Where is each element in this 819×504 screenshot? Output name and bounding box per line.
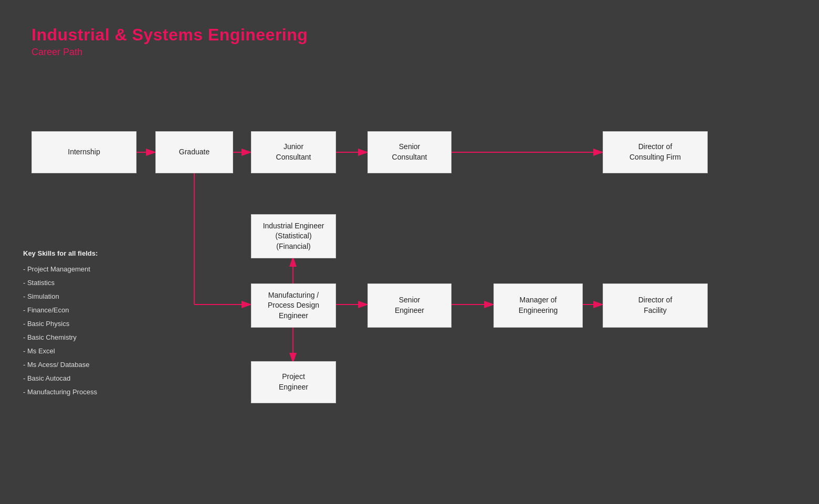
project-engineer-box: Project Engineer [251,361,336,403]
page-subtitle: Career Path [32,47,788,58]
key-skill-item: - Ms Acess/ Database [23,358,98,372]
key-skill-item: - Statistics [23,276,98,290]
key-skill-item: - Project Management [23,262,98,276]
key-skill-item: - Basic Autocad [23,372,98,385]
page-title: Industrial & Systems Engineering [32,25,788,45]
director-consulting-box: Director of Consulting Firm [603,131,708,173]
senior-engineer-box: Senior Engineer [368,284,452,328]
key-skill-item: - Finance/Econ [23,303,98,317]
internship-box: Internship [32,131,136,173]
manager-engineering-box: Manager of Engineering [494,284,583,328]
key-skill-item: - Manufacturing Process [23,385,98,399]
senior-consultant-box: Senior Consultant [368,131,452,173]
key-skills-panel: Key Skills for all fields: - Project Man… [23,247,98,399]
diagram-area: Key Skills for all fields: - Project Man… [0,84,819,504]
key-skill-item: - Basic Physics [23,317,98,331]
industrial-engineer-box: Industrial Engineer (Statistical) (Finan… [251,214,336,258]
graduate-box: Graduate [155,131,233,173]
director-facility-box: Director of Facility [603,284,708,328]
key-skills-title: Key Skills for all fields: [23,247,98,260]
key-skill-item: - Basic Chemistry [23,331,98,344]
header: Industrial & Systems Engineering Career … [0,0,819,58]
key-skill-item: - Ms Excel [23,344,98,358]
junior-consultant-box: Junior Consultant [251,131,336,173]
manufacturing-engineer-box: Manufacturing / Process Design Engineer [251,284,336,328]
key-skill-item: - Simulation [23,290,98,303]
